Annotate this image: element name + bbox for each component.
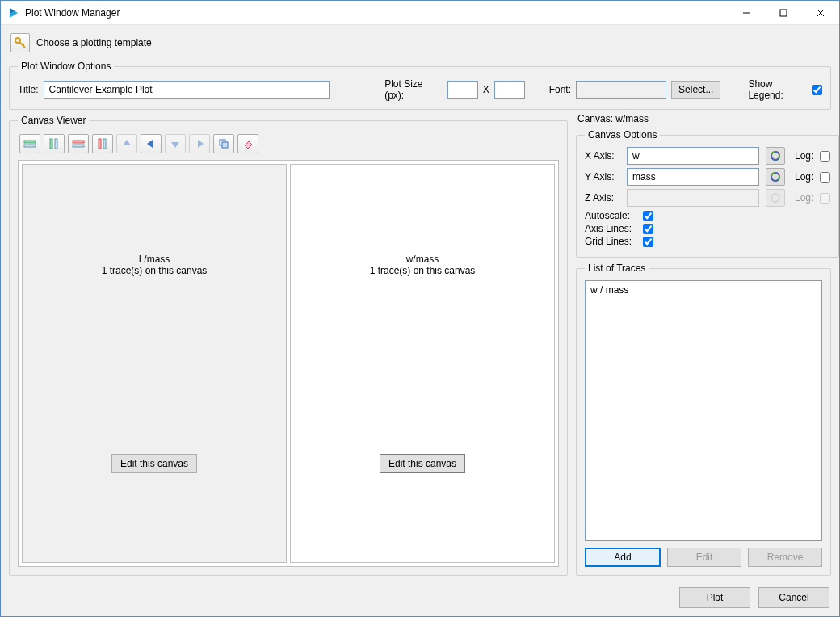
svg-marker-17: [123, 140, 131, 145]
svg-rect-22: [222, 142, 228, 148]
svg-marker-18: [147, 140, 153, 148]
canvas-subtitle: 1 trace(s) on this canvas: [102, 265, 208, 276]
plot-width-input[interactable]: [447, 81, 478, 99]
x-axis-input[interactable]: [627, 147, 759, 165]
plot-window-options-legend: Plot Window Options: [18, 61, 114, 72]
z-axis-color-button: [766, 189, 785, 207]
canvas-subtitle: 1 trace(s) on this canvas: [370, 265, 476, 276]
copy-canvas-button[interactable]: [213, 134, 234, 153]
maximize-button[interactable]: [765, 1, 802, 25]
title-input[interactable]: [44, 81, 330, 99]
plot-size-sep: X: [483, 84, 489, 95]
svg-marker-23: [245, 141, 252, 149]
close-button[interactable]: [802, 1, 839, 25]
title-label: Title:: [18, 84, 39, 95]
canvas-title: w/mass: [406, 254, 439, 265]
delete-column-button[interactable]: [92, 134, 113, 153]
svg-rect-9: [24, 141, 36, 143]
grid-lines-label: Grid Lines:: [585, 236, 636, 247]
canvas-panel-0[interactable]: L/mass 1 trace(s) on this canvas Edit th…: [22, 164, 287, 563]
plot-button[interactable]: Plot: [679, 587, 750, 608]
svg-line-8: [23, 44, 24, 45]
plot-window-options-group: Plot Window Options Title: Plot Size (px…: [9, 61, 831, 110]
add-row-button[interactable]: [19, 134, 40, 153]
x-axis-color-button[interactable]: [766, 147, 785, 165]
canvas-header: Canvas: w/mass: [576, 113, 831, 124]
svg-marker-19: [171, 142, 179, 148]
x-log-label: Log:: [795, 150, 813, 162]
svg-rect-16: [103, 139, 106, 149]
show-legend-checkbox[interactable]: [812, 85, 822, 95]
x-log-checkbox[interactable]: [820, 151, 830, 162]
titlebar: Plot Window Manager: [1, 1, 839, 25]
trace-item[interactable]: w / mass: [590, 284, 817, 296]
canvas-toolbar: [18, 132, 559, 160]
erase-canvas-button[interactable]: [237, 134, 258, 153]
move-right-button[interactable]: [189, 134, 210, 153]
template-key-button[interactable]: [10, 33, 30, 52]
svg-point-30: [771, 194, 779, 202]
template-label: Choose a plotting template: [36, 37, 152, 48]
edit-canvas-button[interactable]: Edit this canvas: [111, 454, 197, 473]
window-title: Plot Window Manager: [25, 7, 728, 19]
y-axis-input[interactable]: [627, 168, 759, 186]
trace-list[interactable]: w / mass: [585, 280, 822, 541]
svg-rect-11: [50, 139, 52, 149]
svg-rect-10: [24, 145, 36, 147]
traces-legend: List of Traces: [585, 262, 649, 274]
trace-edit-button[interactable]: Edit: [667, 548, 741, 567]
y-log-label: Log:: [795, 171, 813, 183]
axis-lines-label: Axis Lines:: [585, 223, 636, 234]
traces-group: List of Traces w / mass Add Edit Remove: [576, 262, 831, 576]
svg-rect-3: [780, 10, 787, 16]
move-down-button[interactable]: [165, 134, 186, 153]
app-icon: [7, 6, 20, 19]
z-log-checkbox: [820, 193, 830, 204]
move-up-button[interactable]: [116, 134, 137, 153]
svg-rect-13: [73, 141, 84, 143]
y-axis-label: Y Axis:: [585, 171, 620, 183]
canvas-title: L/mass: [139, 254, 170, 265]
font-input[interactable]: [576, 81, 666, 99]
svg-rect-12: [55, 139, 57, 149]
delete-row-button[interactable]: [68, 134, 89, 153]
plot-window-manager: Plot Window Manager Choose a plotting te…: [0, 0, 840, 617]
y-axis-color-button[interactable]: [766, 168, 785, 186]
svg-marker-20: [198, 140, 204, 148]
autoscale-checkbox[interactable]: [643, 211, 653, 221]
plot-size-label: Plot Size (px):: [384, 78, 442, 101]
svg-rect-14: [73, 145, 84, 147]
svg-rect-15: [99, 139, 101, 149]
trace-add-button[interactable]: Add: [585, 548, 661, 567]
y-log-checkbox[interactable]: [820, 172, 830, 183]
canvas-options-legend: Canvas Options: [585, 129, 660, 141]
canvas-options-group: Canvas Options X Axis: Log: Y Axis: Log:: [576, 129, 839, 258]
show-legend-label: Show Legend:: [748, 78, 807, 101]
autoscale-label: Autoscale:: [585, 210, 636, 221]
dialog-footer: Plot Cancel: [9, 581, 831, 608]
font-label: Font:: [549, 84, 571, 95]
trace-remove-button[interactable]: Remove: [748, 548, 822, 567]
template-row: Choose a plotting template: [9, 31, 831, 56]
z-axis-label: Z Axis:: [585, 192, 620, 204]
z-axis-input: [627, 189, 759, 207]
edit-canvas-button[interactable]: Edit this canvas: [380, 454, 465, 473]
axis-lines-checkbox[interactable]: [643, 224, 653, 234]
canvas-area: L/mass 1 trace(s) on this canvas Edit th…: [18, 160, 559, 567]
canvas-viewer-legend: Canvas Viewer: [18, 115, 89, 126]
minimize-button[interactable]: [728, 1, 765, 25]
canvas-viewer-group: Canvas Viewer L/mass 1 trace: [9, 115, 568, 576]
cancel-button[interactable]: Cancel: [758, 587, 830, 608]
plot-height-input[interactable]: [494, 81, 525, 99]
x-axis-label: X Axis:: [585, 150, 620, 162]
add-column-button[interactable]: [44, 134, 65, 153]
move-left-button[interactable]: [141, 134, 162, 153]
grid-lines-checkbox[interactable]: [643, 237, 653, 247]
canvas-panel-1[interactable]: w/mass 1 trace(s) on this canvas Edit th…: [290, 164, 555, 563]
z-log-label: Log:: [795, 192, 813, 204]
font-select-button[interactable]: Select...: [671, 81, 720, 99]
